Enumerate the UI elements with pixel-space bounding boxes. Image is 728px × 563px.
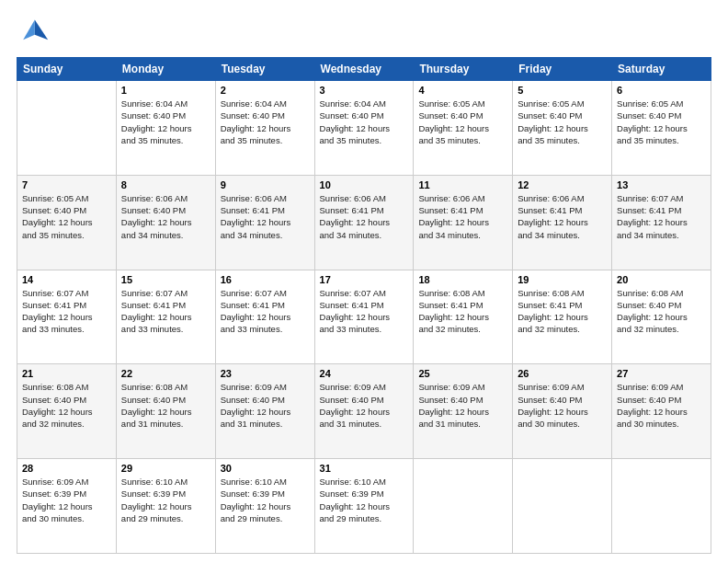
page: SundayMondayTuesdayWednesdayThursdayFrid… (0, 0, 728, 563)
day-number: 10 (320, 179, 409, 190)
calendar-table: SundayMondayTuesdayWednesdayThursdayFrid… (17, 57, 711, 554)
calendar-cell: 14Sunrise: 6:07 AM Sunset: 6:41 PM Dayli… (17, 270, 117, 364)
day-header-tuesday: Tuesday (215, 58, 314, 81)
calendar-cell: 26Sunrise: 6:09 AM Sunset: 6:40 PM Dayli… (513, 364, 612, 459)
day-number: 7 (22, 179, 111, 190)
day-info: Sunrise: 6:10 AM Sunset: 6:39 PM Dayligh… (121, 476, 210, 524)
header-row: SundayMondayTuesdayWednesdayThursdayFrid… (17, 58, 711, 81)
header (17, 17, 711, 50)
calendar-cell: 28Sunrise: 6:09 AM Sunset: 6:39 PM Dayli… (17, 459, 117, 554)
day-header-saturday: Saturday (612, 58, 711, 81)
calendar-cell: 1Sunrise: 6:04 AM Sunset: 6:40 PM Daylig… (116, 81, 215, 176)
calendar-cell: 21Sunrise: 6:08 AM Sunset: 6:40 PM Dayli… (17, 364, 117, 459)
calendar-cell: 4Sunrise: 6:05 AM Sunset: 6:40 PM Daylig… (414, 81, 513, 176)
calendar-cell (612, 459, 711, 554)
calendar-cell: 3Sunrise: 6:04 AM Sunset: 6:40 PM Daylig… (314, 81, 414, 176)
day-number: 16 (221, 274, 310, 285)
calendar-cell: 13Sunrise: 6:07 AM Sunset: 6:41 PM Dayli… (612, 175, 711, 270)
day-info: Sunrise: 6:09 AM Sunset: 6:40 PM Dayligh… (221, 381, 310, 430)
day-info: Sunrise: 6:09 AM Sunset: 6:40 PM Dayligh… (320, 381, 409, 430)
calendar-cell (513, 459, 612, 554)
calendar-cell (414, 459, 513, 554)
day-info: Sunrise: 6:06 AM Sunset: 6:41 PM Dayligh… (221, 192, 310, 241)
calendar-cell: 12Sunrise: 6:06 AM Sunset: 6:41 PM Dayli… (513, 175, 612, 270)
calendar-week-4: 28Sunrise: 6:09 AM Sunset: 6:39 PM Dayli… (17, 459, 711, 554)
day-number: 2 (221, 85, 310, 96)
day-info: Sunrise: 6:06 AM Sunset: 6:40 PM Dayligh… (121, 192, 210, 241)
calendar-week-0: 1Sunrise: 6:04 AM Sunset: 6:40 PM Daylig… (17, 81, 711, 176)
calendar-cell: 6Sunrise: 6:05 AM Sunset: 6:40 PM Daylig… (612, 81, 711, 176)
day-number: 13 (617, 179, 706, 190)
logo-icon (17, 17, 50, 50)
calendar-cell: 10Sunrise: 6:06 AM Sunset: 6:41 PM Dayli… (314, 175, 414, 270)
calendar-cell: 7Sunrise: 6:05 AM Sunset: 6:40 PM Daylig… (17, 175, 117, 270)
day-info: Sunrise: 6:08 AM Sunset: 6:40 PM Dayligh… (121, 381, 210, 430)
day-info: Sunrise: 6:09 AM Sunset: 6:40 PM Dayligh… (617, 381, 706, 430)
day-number: 6 (617, 85, 706, 96)
day-info: Sunrise: 6:09 AM Sunset: 6:40 PM Dayligh… (518, 381, 607, 430)
day-info: Sunrise: 6:05 AM Sunset: 6:40 PM Dayligh… (617, 98, 706, 146)
day-info: Sunrise: 6:04 AM Sunset: 6:40 PM Dayligh… (221, 98, 310, 146)
day-info: Sunrise: 6:07 AM Sunset: 6:41 PM Dayligh… (320, 287, 409, 336)
day-number: 21 (22, 368, 111, 379)
calendar-cell: 9Sunrise: 6:06 AM Sunset: 6:41 PM Daylig… (215, 175, 314, 270)
day-info: Sunrise: 6:04 AM Sunset: 6:40 PM Dayligh… (320, 98, 409, 146)
day-number: 9 (221, 179, 310, 190)
day-info: Sunrise: 6:06 AM Sunset: 6:41 PM Dayligh… (518, 192, 607, 241)
calendar-cell: 17Sunrise: 6:07 AM Sunset: 6:41 PM Dayli… (314, 270, 414, 364)
day-number: 26 (518, 368, 607, 379)
day-info: Sunrise: 6:07 AM Sunset: 6:41 PM Dayligh… (221, 287, 310, 336)
day-number: 11 (418, 179, 507, 190)
day-number: 12 (518, 179, 607, 190)
day-number: 30 (221, 463, 310, 474)
day-number: 19 (518, 274, 607, 285)
day-number: 22 (121, 368, 210, 379)
day-info: Sunrise: 6:06 AM Sunset: 6:41 PM Dayligh… (320, 192, 409, 241)
calendar-cell: 29Sunrise: 6:10 AM Sunset: 6:39 PM Dayli… (116, 459, 215, 554)
svg-marker-0 (35, 20, 48, 40)
logo (17, 17, 53, 50)
calendar-cell: 16Sunrise: 6:07 AM Sunset: 6:41 PM Dayli… (215, 270, 314, 364)
calendar-cell: 31Sunrise: 6:10 AM Sunset: 6:39 PM Dayli… (314, 459, 414, 554)
day-info: Sunrise: 6:07 AM Sunset: 6:41 PM Dayligh… (121, 287, 210, 336)
day-number: 29 (121, 463, 210, 474)
day-number: 1 (121, 85, 210, 96)
day-info: Sunrise: 6:08 AM Sunset: 6:40 PM Dayligh… (22, 381, 111, 430)
calendar-cell: 19Sunrise: 6:08 AM Sunset: 6:41 PM Dayli… (513, 270, 612, 364)
calendar-cell: 24Sunrise: 6:09 AM Sunset: 6:40 PM Dayli… (314, 364, 414, 459)
calendar-cell: 5Sunrise: 6:05 AM Sunset: 6:40 PM Daylig… (513, 81, 612, 176)
day-info: Sunrise: 6:10 AM Sunset: 6:39 PM Dayligh… (320, 476, 409, 524)
day-header-monday: Monday (116, 58, 215, 81)
calendar-cell: 27Sunrise: 6:09 AM Sunset: 6:40 PM Dayli… (612, 364, 711, 459)
calendar-cell: 15Sunrise: 6:07 AM Sunset: 6:41 PM Dayli… (116, 270, 215, 364)
calendar-cell: 25Sunrise: 6:09 AM Sunset: 6:40 PM Dayli… (414, 364, 513, 459)
day-number: 15 (121, 274, 210, 285)
day-number: 4 (418, 85, 507, 96)
day-info: Sunrise: 6:08 AM Sunset: 6:41 PM Dayligh… (518, 287, 607, 336)
day-info: Sunrise: 6:07 AM Sunset: 6:41 PM Dayligh… (22, 287, 111, 336)
day-info: Sunrise: 6:06 AM Sunset: 6:41 PM Dayligh… (418, 192, 507, 241)
day-info: Sunrise: 6:10 AM Sunset: 6:39 PM Dayligh… (221, 476, 310, 524)
day-info: Sunrise: 6:05 AM Sunset: 6:40 PM Dayligh… (22, 192, 111, 241)
svg-marker-1 (23, 20, 35, 40)
day-header-wednesday: Wednesday (314, 58, 414, 81)
calendar-cell: 8Sunrise: 6:06 AM Sunset: 6:40 PM Daylig… (116, 175, 215, 270)
calendar-cell: 30Sunrise: 6:10 AM Sunset: 6:39 PM Dayli… (215, 459, 314, 554)
day-number: 8 (121, 179, 210, 190)
day-info: Sunrise: 6:08 AM Sunset: 6:40 PM Dayligh… (617, 287, 706, 336)
calendar-cell: 18Sunrise: 6:08 AM Sunset: 6:41 PM Dayli… (414, 270, 513, 364)
day-info: Sunrise: 6:09 AM Sunset: 6:40 PM Dayligh… (418, 381, 507, 430)
calendar-cell (17, 81, 117, 176)
day-number: 23 (221, 368, 310, 379)
calendar-body: 1Sunrise: 6:04 AM Sunset: 6:40 PM Daylig… (17, 81, 711, 554)
day-number: 3 (320, 85, 409, 96)
day-info: Sunrise: 6:07 AM Sunset: 6:41 PM Dayligh… (617, 192, 706, 241)
calendar-cell: 11Sunrise: 6:06 AM Sunset: 6:41 PM Dayli… (414, 175, 513, 270)
day-number: 18 (418, 274, 507, 285)
day-info: Sunrise: 6:08 AM Sunset: 6:41 PM Dayligh… (418, 287, 507, 336)
calendar-cell: 20Sunrise: 6:08 AM Sunset: 6:40 PM Dayli… (612, 270, 711, 364)
day-number: 14 (22, 274, 111, 285)
day-header-sunday: Sunday (17, 58, 117, 81)
day-number: 31 (320, 463, 409, 474)
calendar-week-3: 21Sunrise: 6:08 AM Sunset: 6:40 PM Dayli… (17, 364, 711, 459)
